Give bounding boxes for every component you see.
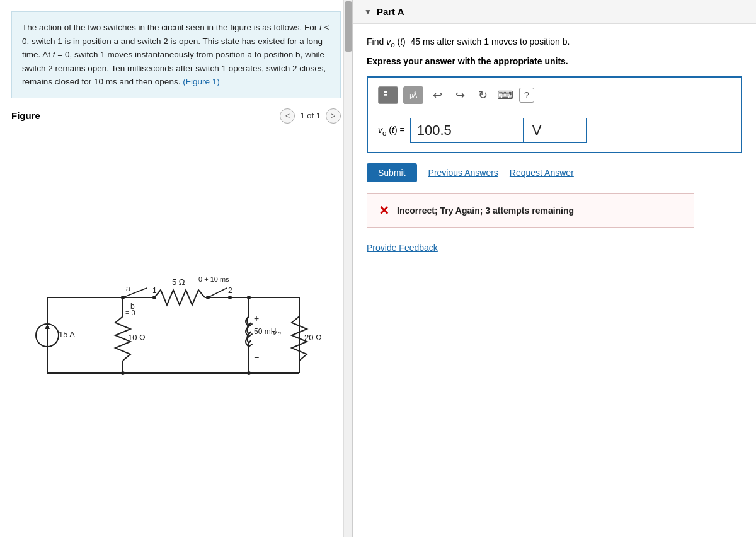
part-header: ▼ Part A [353,0,756,24]
part-content: Find vo (t) 45 ms after switch 1 moves t… [353,24,756,264]
error-icon: ✕ [379,203,389,218]
figure-link[interactable]: (Figure 1) [183,77,220,86]
feedback-link[interactable]: Provide Feedback [367,240,438,255]
svg-point-28 [247,371,251,375]
scrollbar-thumb[interactable] [345,1,352,52]
prev-figure-btn[interactable]: < [280,108,295,124]
refresh-btn[interactable]: ↻ [474,86,491,104]
circuit-container: 15 A 10 Ω a b [0,127,352,537]
t-zero-label: t = 0 [122,309,135,316]
problem-text: The action of the two switches in the ci… [22,23,329,86]
resistor1-label: 10 Ω [128,333,146,342]
figure-nav: < 1 of 1 > [280,108,341,124]
unit-box: V [524,118,587,143]
collapse-triangle-icon[interactable]: ▼ [364,8,372,16]
error-box: ✕ Incorrect; Try Again; 3 attempts remai… [367,193,694,228]
keyboard-btn[interactable]: ⌨ [496,86,514,104]
resistor2-label: 5 Ω [172,277,185,287]
svg-marker-9 [45,325,50,329]
svg-text:+: + [254,313,259,323]
svg-text:−: − [254,352,259,362]
circuit-diagram: 15 A 10 Ω a b [28,260,324,398]
svg-point-30 [247,296,251,299]
resistor3-label: 20 Ω [304,333,322,342]
problem-text-box: The action of the two switches in the ci… [11,11,341,98]
redo-btn[interactable]: ↪ [451,86,469,104]
vo-circuit-label: v₀ [273,328,281,337]
figure-page: 1 of 1 [300,111,321,120]
undo-btn[interactable]: ↩ [428,86,446,104]
express-text: Express your answer with the appropriate… [367,56,742,66]
figure-area: Figure < 1 of 1 > [0,98,352,537]
answer-box: µÅ ↩ ↪ ↻ ⌨ ? vo (t) = V [367,76,742,153]
toolbar: µÅ ↩ ↪ ↻ ⌨ ? [378,86,731,109]
next-figure-btn[interactable]: > [326,108,341,124]
request-answer-link[interactable]: Request Answer [510,168,574,178]
error-text: Incorrect; Try Again; 3 attempts remaini… [397,205,574,216]
svg-point-29 [121,371,125,375]
node2-label: 2 [228,286,232,295]
input-row: vo (t) = V [378,118,731,143]
svg-point-15 [152,296,156,299]
svg-line-17 [208,288,227,297]
current-source-label: 15 A [59,330,75,339]
help-btn[interactable]: ? [519,88,534,103]
figure-label: Figure [11,110,40,121]
right-panel: ▼ Part A Find vo (t) 45 ms after switch … [353,0,756,537]
node1-label: 1 [152,286,157,295]
svg-rect-32 [384,91,387,93]
find-text: Find vo (t) 45 ms after switch 1 moves t… [367,35,742,50]
fraction-btn[interactable] [378,86,398,104]
scrollbar-track[interactable] [343,0,352,537]
submit-btn[interactable]: Submit [367,163,417,182]
switch-pos-a: a [126,284,130,293]
ua-label: µÅ [410,92,416,99]
unit-btn[interactable]: µÅ [403,86,423,104]
submit-row: Submit Previous Answers Request Answer [367,163,742,182]
prev-answers-link[interactable]: Previous Answers [428,168,498,178]
part-title: Part A [377,6,404,17]
switch2-label: 0 + 10 ms [198,275,229,283]
answer-input[interactable] [410,118,524,143]
input-label: vo (t) = [378,125,405,137]
